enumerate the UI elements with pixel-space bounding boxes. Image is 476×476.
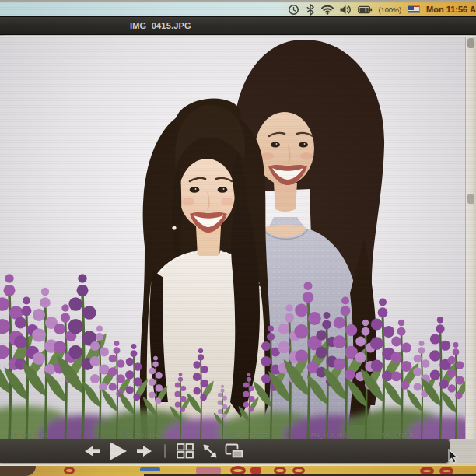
scrollbar-thumb[interactable] bbox=[467, 38, 474, 48]
desk-decoration bbox=[140, 467, 160, 471]
menu-bar: (100%) Mon 11:56 AM bbox=[0, 2, 476, 16]
desk-decoration bbox=[0, 466, 36, 476]
fullscreen-button[interactable] bbox=[198, 441, 222, 461]
next-button[interactable] bbox=[132, 441, 157, 461]
mouse-cursor bbox=[448, 449, 460, 464]
thumbnail-label: IMG_0423.JPG bbox=[230, 432, 268, 438]
viewer-toolbar bbox=[0, 439, 450, 463]
thumbnail-label: IMG_0421.JPG bbox=[121, 432, 159, 438]
scrollbar-mark bbox=[467, 194, 474, 204]
vertical-scrollbar[interactable] bbox=[465, 37, 476, 440]
menu-clock[interactable]: Mon 11:56 AM bbox=[426, 5, 476, 14]
viewer-canvas: IMG_0417.JPG IMG_0421.JPG IMG_0423.JPG I… bbox=[0, 36, 476, 439]
expand-arrows-icon bbox=[201, 443, 219, 460]
thumbnail-label: IMG_0417.JPG bbox=[11, 432, 48, 438]
wifi-icon[interactable] bbox=[321, 5, 334, 15]
thumbnail-label: IMG_0427.JPG bbox=[381, 432, 418, 438]
thumbnail-grid-button[interactable] bbox=[173, 441, 198, 461]
grid-icon bbox=[176, 443, 194, 460]
previous-button[interactable] bbox=[79, 441, 104, 461]
battery-icon[interactable] bbox=[358, 5, 373, 14]
photo-earring bbox=[172, 226, 176, 229]
arrow-left-icon bbox=[83, 443, 100, 459]
title-bar: IMG_0415.JPG bbox=[0, 16, 476, 35]
screen: (100%) Mon 11:56 AM IMG_0415.JPG bbox=[0, 0, 476, 476]
desk-decoration bbox=[64, 467, 75, 474]
volume-icon[interactable] bbox=[340, 5, 352, 15]
status-cluster: (100%) Mon 11:56 AM bbox=[288, 2, 476, 16]
bluetooth-icon[interactable] bbox=[306, 4, 315, 16]
photo-image bbox=[0, 37, 465, 440]
thumbnail-label: IMG_0426.JPG bbox=[310, 432, 347, 438]
slideshow-display-button[interactable] bbox=[222, 441, 247, 461]
desk-background bbox=[0, 466, 476, 476]
us-flag-icon[interactable] bbox=[408, 5, 420, 13]
desk-decoration bbox=[144, 474, 476, 476]
slideshow-display-icon bbox=[225, 443, 245, 460]
toolbar-divider bbox=[164, 444, 166, 458]
window-title: IMG_0415.JPG bbox=[130, 21, 191, 30]
battery-percent[interactable]: (100%) bbox=[379, 5, 401, 14]
arrow-right-icon bbox=[136, 443, 153, 459]
time-machine-icon[interactable] bbox=[288, 4, 299, 16]
play-slideshow-button[interactable] bbox=[104, 441, 132, 461]
play-icon bbox=[109, 441, 128, 461]
